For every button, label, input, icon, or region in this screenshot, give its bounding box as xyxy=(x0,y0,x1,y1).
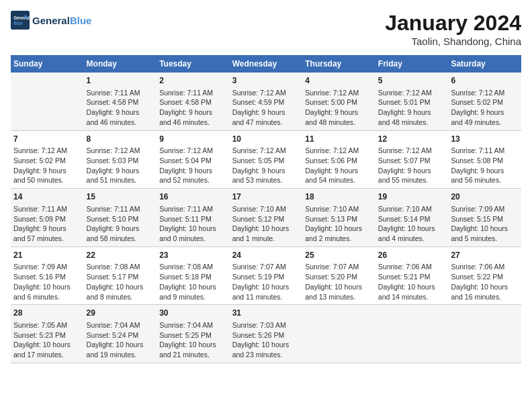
calendar-cell: 6Sunrise: 7:12 AM Sunset: 5:02 PM Daylig… xyxy=(448,73,521,130)
calendar-cell: 28Sunrise: 7:05 AM Sunset: 5:23 PM Dayli… xyxy=(11,305,84,363)
calendar-cell: 17Sunrise: 7:10 AM Sunset: 5:12 PM Dayli… xyxy=(230,189,303,247)
calendar-body: 1Sunrise: 7:11 AM Sunset: 4:58 PM Daylig… xyxy=(11,73,521,363)
calendar-week-row: 14Sunrise: 7:11 AM Sunset: 5:09 PM Dayli… xyxy=(11,189,521,247)
calendar-cell: 5Sunrise: 7:12 AM Sunset: 5:01 PM Daylig… xyxy=(375,73,449,130)
day-info: Sunrise: 7:11 AM Sunset: 5:08 PM Dayligh… xyxy=(451,146,519,185)
calendar-cell: 18Sunrise: 7:10 AM Sunset: 5:13 PM Dayli… xyxy=(302,189,375,247)
header-day: Friday xyxy=(375,55,449,73)
header-day: Sunday xyxy=(11,55,84,73)
day-number: 20 xyxy=(451,191,519,203)
calendar-cell: 26Sunrise: 7:06 AM Sunset: 5:21 PM Dayli… xyxy=(375,246,449,305)
calendar-table: SundayMondayTuesdayWednesdayThursdayFrid… xyxy=(11,55,521,363)
page-title: January 2024 xyxy=(385,11,521,36)
calendar-cell: 1Sunrise: 7:11 AM Sunset: 4:58 PM Daylig… xyxy=(84,73,157,130)
day-number: 1 xyxy=(87,75,154,87)
day-number: 29 xyxy=(87,308,154,319)
calendar-header: SundayMondayTuesdayWednesdayThursdayFrid… xyxy=(11,55,521,73)
calendar-cell: 12Sunrise: 7:12 AM Sunset: 5:07 PM Dayli… xyxy=(375,130,449,189)
day-number: 30 xyxy=(159,308,227,319)
calendar-cell: 8Sunrise: 7:12 AM Sunset: 5:03 PM Daylig… xyxy=(84,130,157,189)
svg-rect-0 xyxy=(11,11,30,30)
calendar-cell: 24Sunrise: 7:07 AM Sunset: 5:19 PM Dayli… xyxy=(230,246,303,305)
calendar-cell: 10Sunrise: 7:12 AM Sunset: 5:05 PM Dayli… xyxy=(230,130,303,189)
page-subtitle: Taolin, Shandong, China xyxy=(385,36,521,47)
day-info: Sunrise: 7:06 AM Sunset: 5:22 PM Dayligh… xyxy=(451,262,519,302)
day-number: 16 xyxy=(159,191,227,203)
day-info: Sunrise: 7:12 AM Sunset: 5:06 PM Dayligh… xyxy=(305,146,373,185)
day-info: Sunrise: 7:10 AM Sunset: 5:14 PM Dayligh… xyxy=(378,204,446,244)
header-day: Monday xyxy=(84,55,157,73)
calendar-cell: 22Sunrise: 7:08 AM Sunset: 5:17 PM Dayli… xyxy=(84,246,157,305)
calendar-cell: 4Sunrise: 7:12 AM Sunset: 5:00 PM Daylig… xyxy=(302,73,375,130)
day-number: 18 xyxy=(305,191,373,203)
day-number: 25 xyxy=(305,250,373,261)
calendar-cell: 7Sunrise: 7:12 AM Sunset: 5:02 PM Daylig… xyxy=(11,130,84,189)
header-day: Thursday xyxy=(302,55,375,73)
day-info: Sunrise: 7:09 AM Sunset: 5:16 PM Dayligh… xyxy=(13,262,81,302)
calendar-cell xyxy=(448,305,521,363)
day-number: 2 xyxy=(159,75,227,87)
day-number: 5 xyxy=(378,75,446,87)
day-number: 26 xyxy=(378,250,446,261)
day-number: 27 xyxy=(451,250,519,261)
calendar-cell: 29Sunrise: 7:04 AM Sunset: 5:24 PM Dayli… xyxy=(84,305,157,363)
day-info: Sunrise: 7:09 AM Sunset: 5:15 PM Dayligh… xyxy=(451,204,519,244)
day-number: 15 xyxy=(87,191,154,203)
calendar-cell: 3Sunrise: 7:12 AM Sunset: 4:59 PM Daylig… xyxy=(230,73,303,130)
day-info: Sunrise: 7:04 AM Sunset: 5:24 PM Dayligh… xyxy=(87,320,154,360)
calendar-week-row: 7Sunrise: 7:12 AM Sunset: 5:02 PM Daylig… xyxy=(11,130,521,189)
calendar-cell: 19Sunrise: 7:10 AM Sunset: 5:14 PM Dayli… xyxy=(375,189,449,247)
day-info: Sunrise: 7:05 AM Sunset: 5:23 PM Dayligh… xyxy=(13,320,81,360)
day-info: Sunrise: 7:12 AM Sunset: 5:02 PM Dayligh… xyxy=(451,88,519,128)
calendar-cell: 16Sunrise: 7:11 AM Sunset: 5:11 PM Dayli… xyxy=(157,189,230,247)
day-number: 21 xyxy=(13,250,81,261)
calendar-week-row: 21Sunrise: 7:09 AM Sunset: 5:16 PM Dayli… xyxy=(11,246,521,305)
calendar-cell xyxy=(11,73,84,130)
header-day: Wednesday xyxy=(230,55,303,73)
day-number: 8 xyxy=(87,134,154,145)
day-info: Sunrise: 7:10 AM Sunset: 5:12 PM Dayligh… xyxy=(232,204,300,244)
day-info: Sunrise: 7:11 AM Sunset: 5:09 PM Dayligh… xyxy=(13,204,81,244)
day-number: 22 xyxy=(87,250,154,261)
day-number: 11 xyxy=(305,134,373,145)
calendar-cell: 21Sunrise: 7:09 AM Sunset: 5:16 PM Dayli… xyxy=(11,246,84,305)
calendar-cell: 31Sunrise: 7:03 AM Sunset: 5:26 PM Dayli… xyxy=(230,305,303,363)
calendar-cell: 20Sunrise: 7:09 AM Sunset: 5:15 PM Dayli… xyxy=(448,189,521,247)
day-number: 3 xyxy=(232,75,300,87)
day-info: Sunrise: 7:08 AM Sunset: 5:17 PM Dayligh… xyxy=(87,262,154,302)
day-info: Sunrise: 7:11 AM Sunset: 5:11 PM Dayligh… xyxy=(159,204,227,244)
day-number: 12 xyxy=(378,134,446,145)
calendar-cell: 2Sunrise: 7:11 AM Sunset: 4:58 PM Daylig… xyxy=(157,73,230,130)
day-info: Sunrise: 7:12 AM Sunset: 4:59 PM Dayligh… xyxy=(232,88,300,128)
calendar-cell: 15Sunrise: 7:11 AM Sunset: 5:10 PM Dayli… xyxy=(84,189,157,247)
day-info: Sunrise: 7:08 AM Sunset: 5:18 PM Dayligh… xyxy=(159,262,227,302)
day-info: Sunrise: 7:11 AM Sunset: 4:58 PM Dayligh… xyxy=(87,88,154,128)
calendar-cell: 25Sunrise: 7:07 AM Sunset: 5:20 PM Dayli… xyxy=(302,246,375,305)
page-header: General Blue GeneralBlue January 2024 Ta… xyxy=(11,11,521,47)
day-number: 10 xyxy=(232,134,300,145)
calendar-cell: 13Sunrise: 7:11 AM Sunset: 5:08 PM Dayli… xyxy=(448,130,521,189)
day-number: 9 xyxy=(159,134,227,145)
day-info: Sunrise: 7:10 AM Sunset: 5:13 PM Dayligh… xyxy=(305,204,373,244)
day-info: Sunrise: 7:07 AM Sunset: 5:20 PM Dayligh… xyxy=(305,262,373,302)
calendar-cell: 30Sunrise: 7:04 AM Sunset: 5:25 PM Dayli… xyxy=(157,305,230,363)
day-info: Sunrise: 7:12 AM Sunset: 5:04 PM Dayligh… xyxy=(159,146,227,185)
day-number: 28 xyxy=(13,308,81,319)
day-number: 17 xyxy=(232,191,300,203)
header-day: Tuesday xyxy=(157,55,230,73)
day-info: Sunrise: 7:12 AM Sunset: 5:03 PM Dayligh… xyxy=(87,146,154,185)
calendar-cell: 9Sunrise: 7:12 AM Sunset: 5:04 PM Daylig… xyxy=(157,130,230,189)
day-number: 6 xyxy=(451,75,519,87)
day-number: 19 xyxy=(378,191,446,203)
day-number: 14 xyxy=(13,191,81,203)
calendar-cell xyxy=(302,305,375,363)
day-info: Sunrise: 7:07 AM Sunset: 5:19 PM Dayligh… xyxy=(232,262,300,302)
day-info: Sunrise: 7:12 AM Sunset: 5:01 PM Dayligh… xyxy=(378,88,446,128)
day-number: 13 xyxy=(451,134,519,145)
day-info: Sunrise: 7:12 AM Sunset: 5:07 PM Dayligh… xyxy=(378,146,446,185)
day-number: 23 xyxy=(159,250,227,261)
logo: General Blue GeneralBlue xyxy=(11,11,91,30)
calendar-cell: 23Sunrise: 7:08 AM Sunset: 5:18 PM Dayli… xyxy=(157,246,230,305)
day-number: 31 xyxy=(232,308,300,319)
header-day: Saturday xyxy=(448,55,521,73)
